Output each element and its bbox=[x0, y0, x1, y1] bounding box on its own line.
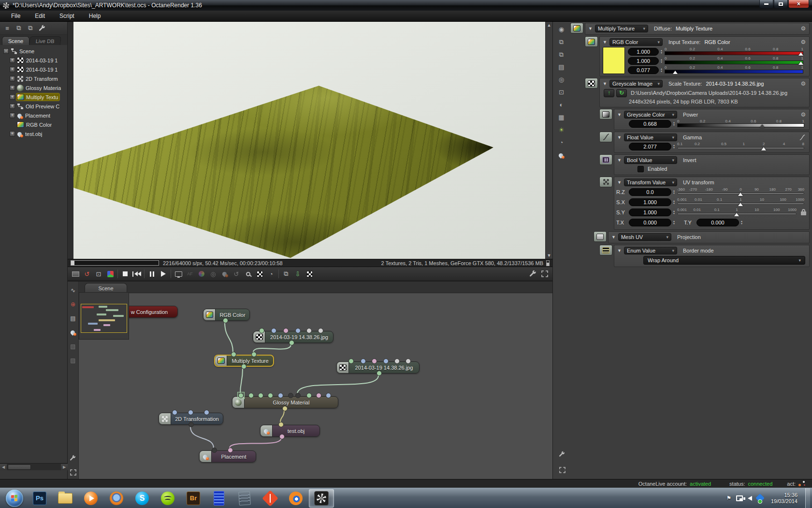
input-port[interactable] bbox=[231, 352, 236, 357]
green-value-field[interactable]: 1.000 bbox=[628, 57, 659, 65]
rz-value-field[interactable]: 0.0 bbox=[629, 188, 671, 196]
input-port[interactable] bbox=[268, 393, 273, 398]
tree-item-rgb-color[interactable]: RGB Color bbox=[0, 120, 67, 129]
kernel-icon[interactable]: ◐ bbox=[556, 99, 567, 110]
expander[interactable]: + bbox=[10, 58, 15, 63]
sy-slider[interactable]: 0.001 0.01 0.1 1 10 100 1000 bbox=[677, 208, 797, 217]
input-port[interactable] bbox=[248, 393, 254, 398]
curve-editor-icon[interactable] bbox=[799, 134, 807, 140]
scroll-left-icon[interactable]: ◀ bbox=[0, 464, 7, 470]
taskbar-octane-active[interactable] bbox=[309, 489, 334, 508]
input-port[interactable] bbox=[172, 410, 177, 415]
tree-item-image1[interactable]: + 2014-03-19 1 bbox=[0, 56, 67, 65]
input-port[interactable] bbox=[394, 359, 400, 364]
pick-focus-icon[interactable] bbox=[70, 269, 81, 279]
recenter-graph-icon[interactable]: ⊕ bbox=[68, 299, 78, 309]
rz-slider[interactable]: -360 -270 -180 -90 0 90 180 270 360 bbox=[677, 187, 804, 196]
node-type-select[interactable]: Mesh UV▾ bbox=[618, 233, 671, 241]
expander[interactable]: + bbox=[10, 67, 15, 72]
green-slider[interactable]: 0 0.2 0.4 0.6 0.8 1 bbox=[665, 56, 803, 65]
taskbar-blender[interactable] bbox=[283, 489, 308, 508]
render-priority-icon[interactable]: ◔ bbox=[265, 269, 277, 279]
tab-live-db[interactable]: Live DB bbox=[29, 36, 61, 45]
action-center-flag-icon[interactable]: ⚑ bbox=[726, 495, 731, 501]
input-port[interactable] bbox=[318, 328, 323, 333]
gear-icon[interactable]: ⚙ bbox=[799, 111, 807, 118]
taskbar-git[interactable] bbox=[258, 489, 283, 508]
input-port[interactable] bbox=[258, 393, 263, 398]
tree-item-test-obj[interactable]: + test.obj bbox=[0, 129, 67, 138]
show-desktop-button[interactable] bbox=[805, 488, 810, 508]
collapse-icon[interactable]: ▼ bbox=[611, 235, 616, 239]
spinner-arrows[interactable]: ▲▼ bbox=[673, 144, 675, 149]
dropbox-icon[interactable] bbox=[755, 493, 764, 502]
expander[interactable]: − bbox=[3, 48, 9, 54]
scroll-thumb[interactable] bbox=[8, 464, 31, 470]
menu-file[interactable]: File bbox=[4, 11, 28, 21]
input-port[interactable] bbox=[251, 352, 257, 357]
input-port[interactable] bbox=[288, 393, 293, 398]
input-port[interactable] bbox=[306, 328, 312, 333]
restart-render-icon[interactable]: ↺ bbox=[81, 269, 93, 279]
expander[interactable]: + bbox=[10, 85, 15, 90]
node-image-1[interactable]: 2014-03-19 14.38.26.jpg bbox=[253, 331, 334, 343]
node-type-select[interactable]: Transform Value▾ bbox=[624, 179, 677, 186]
display-mode-icon[interactable] bbox=[173, 269, 184, 279]
spinner-arrows[interactable]: ▲▼ bbox=[660, 49, 663, 54]
node-rgb-color[interactable]: RGB Color bbox=[203, 309, 250, 321]
input-port[interactable] bbox=[188, 410, 193, 415]
graph-settings-wrench-icon[interactable] bbox=[68, 453, 78, 463]
power-value-field[interactable]: 0.668 bbox=[629, 120, 671, 128]
sun-icon[interactable]: ☀ bbox=[556, 124, 567, 135]
output-port[interactable] bbox=[223, 318, 228, 323]
taskbar-media-player[interactable] bbox=[78, 489, 103, 508]
gear-icon[interactable]: ⚙ bbox=[799, 80, 807, 87]
spinner-arrows[interactable]: ▲▼ bbox=[660, 59, 663, 63]
expander[interactable]: + bbox=[10, 104, 15, 109]
collapse-icon[interactable]: ▼ bbox=[617, 180, 622, 185]
tab-scene[interactable]: Scene bbox=[2, 36, 29, 45]
render-target-icon[interactable]: ◉ bbox=[556, 24, 567, 35]
tree-item-2d-transform[interactable]: + 2D Transform bbox=[0, 74, 67, 83]
node-type-select[interactable]: Greyscale Image▾ bbox=[609, 80, 663, 88]
network-icon[interactable] bbox=[736, 495, 743, 501]
spinner-arrows[interactable]: ▲▼ bbox=[673, 200, 675, 205]
border-mode-select[interactable]: Wrap Around ▾ bbox=[643, 256, 805, 265]
input-port[interactable] bbox=[295, 328, 301, 333]
group-node-icon[interactable]: ▧ bbox=[68, 342, 78, 351]
ty-value-field[interactable]: 0.000 bbox=[696, 219, 739, 226]
connection-tool-icon[interactable]: ∿ bbox=[68, 285, 78, 295]
close-button[interactable]: × bbox=[788, 0, 809, 8]
reload-image-button[interactable]: ↻ bbox=[616, 89, 627, 97]
save-graph-icon[interactable]: ▤ bbox=[68, 314, 78, 323]
menu-edit[interactable]: Edit bbox=[28, 11, 52, 21]
camera-picker-icon[interactable]: ◎ bbox=[207, 269, 219, 279]
viewport-expand-icon[interactable] bbox=[539, 269, 551, 279]
taskbar-bridge[interactable]: Br bbox=[181, 489, 206, 508]
expander[interactable]: + bbox=[10, 76, 15, 81]
collapse-icon[interactable]: ▼ bbox=[617, 135, 622, 140]
film-settings-icon[interactable]: ▤ bbox=[556, 61, 567, 73]
collapse-icon[interactable]: ▼ bbox=[603, 81, 607, 86]
stop-render-icon[interactable] bbox=[119, 269, 131, 279]
material-picker-icon[interactable] bbox=[219, 269, 231, 279]
input-port[interactable] bbox=[372, 359, 377, 364]
input-port[interactable] bbox=[283, 328, 289, 333]
taskbar-skype[interactable]: S bbox=[130, 489, 155, 508]
expander[interactable]: + bbox=[10, 131, 15, 136]
taskbar-photoshop[interactable]: Ps bbox=[27, 489, 52, 508]
node-preview-configuration[interactable]: w Configuration bbox=[121, 306, 178, 318]
viewport-settings-wrench-icon[interactable] bbox=[527, 269, 539, 279]
spinner-arrows[interactable]: ▲▼ bbox=[673, 210, 675, 215]
scroll-up-icon[interactable]: ▲ bbox=[547, 23, 551, 28]
resume-render-icon[interactable] bbox=[158, 269, 169, 279]
inspector-wrench-icon[interactable] bbox=[556, 449, 568, 460]
tree-item-image2[interactable]: + 2014-03-19 1 bbox=[0, 65, 67, 74]
collapse-icon[interactable]: ▼ bbox=[603, 40, 607, 45]
pause-render-icon[interactable] bbox=[146, 269, 158, 279]
gear-icon[interactable]: ⚙ bbox=[799, 25, 807, 32]
taskbar-explorer[interactable] bbox=[53, 489, 78, 508]
load-image-button[interactable]: ↑ bbox=[604, 89, 614, 97]
layers-icon[interactable]: ⧉ bbox=[556, 36, 567, 47]
menu-help[interactable]: Help bbox=[82, 11, 108, 21]
